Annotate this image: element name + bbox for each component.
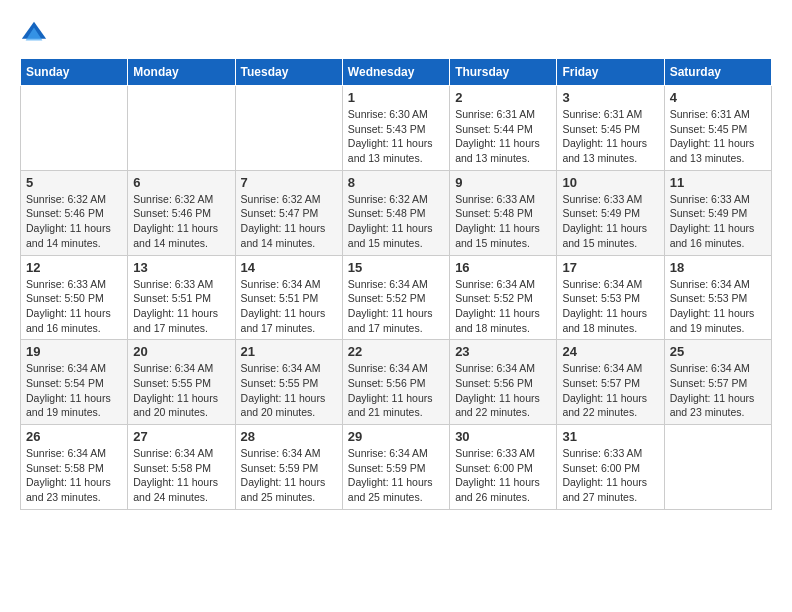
weekday-header-thursday: Thursday (450, 59, 557, 86)
calendar-cell: 9Sunrise: 6:33 AM Sunset: 5:48 PM Daylig… (450, 170, 557, 255)
calendar-cell: 29Sunrise: 6:34 AM Sunset: 5:59 PM Dayli… (342, 425, 449, 510)
calendar-week-row: 5Sunrise: 6:32 AM Sunset: 5:46 PM Daylig… (21, 170, 772, 255)
day-info: Sunrise: 6:31 AM Sunset: 5:45 PM Dayligh… (670, 107, 766, 166)
calendar-cell: 1Sunrise: 6:30 AM Sunset: 5:43 PM Daylig… (342, 86, 449, 171)
calendar-cell: 25Sunrise: 6:34 AM Sunset: 5:57 PM Dayli… (664, 340, 771, 425)
day-number: 2 (455, 90, 551, 105)
calendar-cell: 30Sunrise: 6:33 AM Sunset: 6:00 PM Dayli… (450, 425, 557, 510)
day-info: Sunrise: 6:30 AM Sunset: 5:43 PM Dayligh… (348, 107, 444, 166)
day-number: 20 (133, 344, 229, 359)
calendar-cell (235, 86, 342, 171)
calendar-cell: 10Sunrise: 6:33 AM Sunset: 5:49 PM Dayli… (557, 170, 664, 255)
day-info: Sunrise: 6:32 AM Sunset: 5:46 PM Dayligh… (133, 192, 229, 251)
calendar-cell: 4Sunrise: 6:31 AM Sunset: 5:45 PM Daylig… (664, 86, 771, 171)
day-number: 28 (241, 429, 337, 444)
calendar-cell: 28Sunrise: 6:34 AM Sunset: 5:59 PM Dayli… (235, 425, 342, 510)
calendar-cell: 11Sunrise: 6:33 AM Sunset: 5:49 PM Dayli… (664, 170, 771, 255)
day-number: 17 (562, 260, 658, 275)
day-number: 15 (348, 260, 444, 275)
calendar-cell: 23Sunrise: 6:34 AM Sunset: 5:56 PM Dayli… (450, 340, 557, 425)
day-number: 16 (455, 260, 551, 275)
logo-icon (20, 20, 48, 48)
day-info: Sunrise: 6:34 AM Sunset: 5:52 PM Dayligh… (455, 277, 551, 336)
day-info: Sunrise: 6:34 AM Sunset: 5:59 PM Dayligh… (241, 446, 337, 505)
calendar-cell: 22Sunrise: 6:34 AM Sunset: 5:56 PM Dayli… (342, 340, 449, 425)
weekday-header-wednesday: Wednesday (342, 59, 449, 86)
calendar-cell: 21Sunrise: 6:34 AM Sunset: 5:55 PM Dayli… (235, 340, 342, 425)
calendar-cell: 5Sunrise: 6:32 AM Sunset: 5:46 PM Daylig… (21, 170, 128, 255)
calendar-cell: 12Sunrise: 6:33 AM Sunset: 5:50 PM Dayli… (21, 255, 128, 340)
calendar-cell: 16Sunrise: 6:34 AM Sunset: 5:52 PM Dayli… (450, 255, 557, 340)
weekday-header-monday: Monday (128, 59, 235, 86)
day-info: Sunrise: 6:34 AM Sunset: 5:54 PM Dayligh… (26, 361, 122, 420)
calendar-cell: 15Sunrise: 6:34 AM Sunset: 5:52 PM Dayli… (342, 255, 449, 340)
day-number: 5 (26, 175, 122, 190)
day-number: 3 (562, 90, 658, 105)
day-info: Sunrise: 6:34 AM Sunset: 5:58 PM Dayligh… (26, 446, 122, 505)
day-number: 6 (133, 175, 229, 190)
day-info: Sunrise: 6:33 AM Sunset: 5:50 PM Dayligh… (26, 277, 122, 336)
day-info: Sunrise: 6:33 AM Sunset: 6:00 PM Dayligh… (455, 446, 551, 505)
day-info: Sunrise: 6:34 AM Sunset: 5:56 PM Dayligh… (348, 361, 444, 420)
calendar-cell: 20Sunrise: 6:34 AM Sunset: 5:55 PM Dayli… (128, 340, 235, 425)
day-info: Sunrise: 6:34 AM Sunset: 5:51 PM Dayligh… (241, 277, 337, 336)
day-info: Sunrise: 6:33 AM Sunset: 5:51 PM Dayligh… (133, 277, 229, 336)
day-number: 24 (562, 344, 658, 359)
day-number: 26 (26, 429, 122, 444)
day-info: Sunrise: 6:31 AM Sunset: 5:45 PM Dayligh… (562, 107, 658, 166)
day-info: Sunrise: 6:34 AM Sunset: 5:58 PM Dayligh… (133, 446, 229, 505)
weekday-header-sunday: Sunday (21, 59, 128, 86)
day-number: 9 (455, 175, 551, 190)
calendar-cell: 26Sunrise: 6:34 AM Sunset: 5:58 PM Dayli… (21, 425, 128, 510)
calendar-cell (664, 425, 771, 510)
day-number: 7 (241, 175, 337, 190)
day-number: 11 (670, 175, 766, 190)
calendar-cell (128, 86, 235, 171)
weekday-header-tuesday: Tuesday (235, 59, 342, 86)
calendar-cell: 17Sunrise: 6:34 AM Sunset: 5:53 PM Dayli… (557, 255, 664, 340)
calendar-cell: 14Sunrise: 6:34 AM Sunset: 5:51 PM Dayli… (235, 255, 342, 340)
day-number: 31 (562, 429, 658, 444)
day-info: Sunrise: 6:32 AM Sunset: 5:47 PM Dayligh… (241, 192, 337, 251)
calendar-header-row: SundayMondayTuesdayWednesdayThursdayFrid… (21, 59, 772, 86)
day-info: Sunrise: 6:34 AM Sunset: 5:52 PM Dayligh… (348, 277, 444, 336)
day-info: Sunrise: 6:34 AM Sunset: 5:56 PM Dayligh… (455, 361, 551, 420)
day-number: 12 (26, 260, 122, 275)
day-info: Sunrise: 6:34 AM Sunset: 5:55 PM Dayligh… (133, 361, 229, 420)
day-number: 25 (670, 344, 766, 359)
calendar-cell: 3Sunrise: 6:31 AM Sunset: 5:45 PM Daylig… (557, 86, 664, 171)
day-number: 10 (562, 175, 658, 190)
day-number: 27 (133, 429, 229, 444)
day-number: 23 (455, 344, 551, 359)
day-info: Sunrise: 6:31 AM Sunset: 5:44 PM Dayligh… (455, 107, 551, 166)
calendar-cell: 6Sunrise: 6:32 AM Sunset: 5:46 PM Daylig… (128, 170, 235, 255)
day-number: 30 (455, 429, 551, 444)
calendar-cell: 24Sunrise: 6:34 AM Sunset: 5:57 PM Dayli… (557, 340, 664, 425)
day-number: 21 (241, 344, 337, 359)
day-number: 4 (670, 90, 766, 105)
page-header (20, 20, 772, 48)
day-info: Sunrise: 6:32 AM Sunset: 5:48 PM Dayligh… (348, 192, 444, 251)
logo (20, 20, 50, 48)
calendar-week-row: 12Sunrise: 6:33 AM Sunset: 5:50 PM Dayli… (21, 255, 772, 340)
day-info: Sunrise: 6:33 AM Sunset: 5:49 PM Dayligh… (670, 192, 766, 251)
day-number: 8 (348, 175, 444, 190)
weekday-header-saturday: Saturday (664, 59, 771, 86)
calendar-cell: 13Sunrise: 6:33 AM Sunset: 5:51 PM Dayli… (128, 255, 235, 340)
calendar-cell: 7Sunrise: 6:32 AM Sunset: 5:47 PM Daylig… (235, 170, 342, 255)
day-info: Sunrise: 6:34 AM Sunset: 5:59 PM Dayligh… (348, 446, 444, 505)
calendar-week-row: 26Sunrise: 6:34 AM Sunset: 5:58 PM Dayli… (21, 425, 772, 510)
day-info: Sunrise: 6:34 AM Sunset: 5:55 PM Dayligh… (241, 361, 337, 420)
day-info: Sunrise: 6:34 AM Sunset: 5:53 PM Dayligh… (562, 277, 658, 336)
calendar-cell: 31Sunrise: 6:33 AM Sunset: 6:00 PM Dayli… (557, 425, 664, 510)
calendar-cell: 27Sunrise: 6:34 AM Sunset: 5:58 PM Dayli… (128, 425, 235, 510)
day-info: Sunrise: 6:33 AM Sunset: 5:49 PM Dayligh… (562, 192, 658, 251)
day-info: Sunrise: 6:34 AM Sunset: 5:57 PM Dayligh… (670, 361, 766, 420)
day-number: 13 (133, 260, 229, 275)
day-info: Sunrise: 6:34 AM Sunset: 5:57 PM Dayligh… (562, 361, 658, 420)
day-number: 22 (348, 344, 444, 359)
calendar-cell: 2Sunrise: 6:31 AM Sunset: 5:44 PM Daylig… (450, 86, 557, 171)
calendar-table: SundayMondayTuesdayWednesdayThursdayFrid… (20, 58, 772, 510)
day-number: 1 (348, 90, 444, 105)
day-info: Sunrise: 6:33 AM Sunset: 6:00 PM Dayligh… (562, 446, 658, 505)
